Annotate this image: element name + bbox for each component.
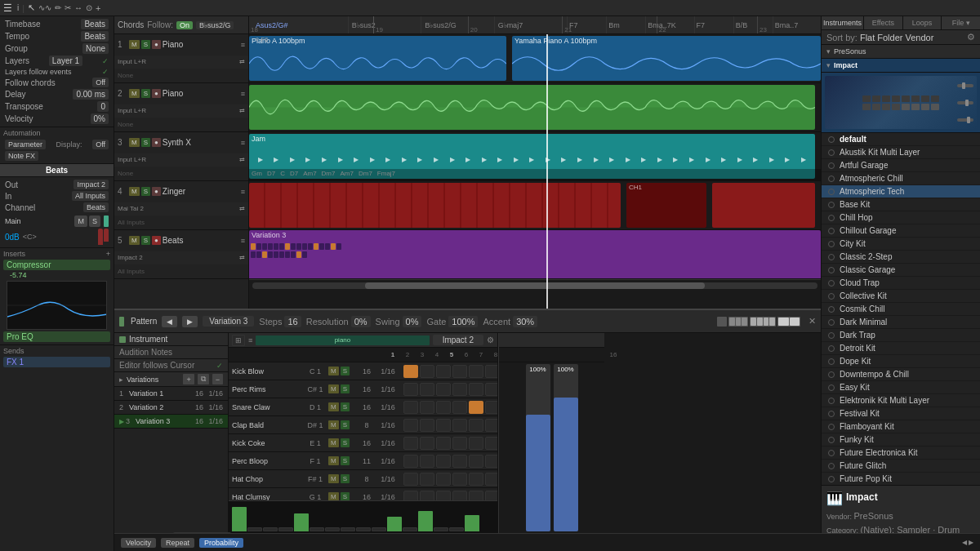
track4-edit[interactable]: ● xyxy=(152,187,161,196)
instrument-list-item[interactable]: Dark Trap xyxy=(822,329,980,342)
s-button[interactable]: S xyxy=(89,216,100,227)
track4-solo[interactable]: S xyxy=(141,187,150,196)
tab-loops[interactable]: Loops xyxy=(903,16,942,29)
note-fx-value[interactable]: Note FX xyxy=(5,151,38,161)
display-value[interactable]: Off xyxy=(92,140,109,149)
step-cell[interactable] xyxy=(420,437,434,450)
step-cell[interactable] xyxy=(452,491,467,501)
step-cell[interactable] xyxy=(485,491,497,501)
instrument-list-item[interactable]: Classic Garage xyxy=(822,264,980,277)
step-cell[interactable] xyxy=(420,383,434,396)
drum-mute[interactable]: M xyxy=(328,402,339,411)
drum-solo[interactable]: S xyxy=(341,367,350,375)
automation-value[interactable]: Parameter xyxy=(5,140,46,149)
track3-edit[interactable]: ● xyxy=(152,138,161,147)
track-content-1[interactable]: Piano A 100bpm ▿ F6 Yamaha Piano A 100bp… xyxy=(249,34,821,83)
instrument-list-item[interactable]: Downtempo & Chill xyxy=(822,368,980,381)
step-cell[interactable] xyxy=(452,437,467,450)
drum-mute[interactable]: M xyxy=(328,438,339,447)
instrument-list-item[interactable]: Dark Minimal xyxy=(822,316,980,329)
drum-solo[interactable]: S xyxy=(341,438,350,447)
drum-row[interactable]: Perc Rims C# 1 M S 16 1/16 xyxy=(229,380,497,398)
instrument-list-item[interactable]: Base Kit xyxy=(822,198,980,211)
accent-value[interactable]: 30% xyxy=(513,316,537,327)
drum-solo[interactable]: S xyxy=(341,420,350,429)
variation-item-2[interactable]: 2 Variation 2 16 1/16 xyxy=(114,401,228,415)
step-cell[interactable] xyxy=(469,383,483,396)
instrument-list-item[interactable]: Atmospheric Tech xyxy=(822,185,980,198)
step-cell[interactable] xyxy=(403,383,418,396)
step-cell[interactable] xyxy=(485,365,497,378)
step-cell[interactable] xyxy=(469,473,483,486)
instrument-list-item[interactable]: Chill Hop xyxy=(822,211,980,224)
collapse-icon[interactable]: ▾ xyxy=(826,47,831,56)
step-cell[interactable] xyxy=(403,365,418,378)
time-tool[interactable]: ⊙ xyxy=(86,3,92,12)
transpose-value[interactable]: 0 xyxy=(97,101,109,112)
step-cell[interactable] xyxy=(436,437,451,450)
layers-value[interactable]: Layer 1 xyxy=(49,56,82,66)
step-cell[interactable] xyxy=(452,365,467,378)
track3-solo[interactable]: S xyxy=(141,138,150,147)
step-cell[interactable] xyxy=(403,473,418,486)
track2-mute[interactable]: M xyxy=(129,89,140,98)
instr-dropdown[interactable]: Impact 2 xyxy=(433,335,483,345)
grid-view-btn[interactable]: ⊞ xyxy=(232,335,245,346)
sort-options[interactable]: ⚙ xyxy=(967,32,975,42)
out-value[interactable]: Impact 2 xyxy=(74,180,109,189)
sort-vendor[interactable]: Vendor xyxy=(905,33,933,42)
drum-mute[interactable]: M xyxy=(328,367,339,375)
pencil-tool[interactable]: ✏ xyxy=(55,3,61,12)
instrument-list-item[interactable]: Future Glitch xyxy=(822,460,980,473)
timbase-value[interactable]: Beats xyxy=(81,19,109,29)
follow-chords-value[interactable]: Off xyxy=(92,78,109,87)
track3-mute[interactable]: M xyxy=(129,138,140,147)
gate-value[interactable]: 100% xyxy=(448,316,478,327)
step-cell[interactable] xyxy=(420,419,434,432)
instrument-list-item[interactable]: Detroit Kit xyxy=(822,342,980,355)
menu-icon[interactable]: ☰ xyxy=(3,2,12,14)
pattern-close[interactable]: ✕ xyxy=(808,316,816,327)
step-cell[interactable] xyxy=(485,455,497,468)
instrument-list-item[interactable]: City Kit xyxy=(822,238,980,251)
drum-mute[interactable]: M xyxy=(328,420,339,429)
instrument-list-item[interactable]: Elektronik Kit Multi Layer xyxy=(822,394,980,407)
track-content-5[interactable]: Variation 3 xyxy=(249,230,821,279)
step-cell[interactable] xyxy=(469,491,483,501)
track1-solo[interactable]: S xyxy=(141,40,150,49)
step-cell[interactable] xyxy=(485,383,497,396)
fx1-send[interactable]: FX 1 xyxy=(3,357,110,367)
instrument-list-item[interactable]: default xyxy=(822,133,980,146)
compressor-insert[interactable]: Compressor xyxy=(3,260,110,270)
pattern-next[interactable]: ▶ xyxy=(182,316,198,327)
drum-row[interactable]: Perc Bloop F 1 M S 11 1/16 xyxy=(229,452,497,470)
horizontal-scrollbar[interactable] xyxy=(249,279,821,291)
step-cell[interactable] xyxy=(436,401,451,414)
tempo-value[interactable]: Beats xyxy=(81,31,109,42)
instrument-list-item[interactable]: Future Pop Kit xyxy=(822,473,980,485)
instrument-list-item[interactable]: Easy Kit xyxy=(822,381,980,394)
drum-solo[interactable]: S xyxy=(341,384,350,393)
tab-file[interactable]: File ▾ xyxy=(942,16,980,29)
cursor-tool[interactable]: ↖ xyxy=(28,2,35,13)
track5-mute[interactable]: M xyxy=(129,236,140,245)
instrument-list-item[interactable]: Chillout Garage xyxy=(822,224,980,238)
step-cell[interactable] xyxy=(420,365,434,378)
variations-chevron[interactable]: ▸ xyxy=(119,375,123,384)
step-cell[interactable] xyxy=(403,491,418,501)
drum-mute[interactable]: M xyxy=(328,474,339,483)
drum-solo[interactable]: S xyxy=(341,492,350,500)
wave-tool[interactable]: ∿∿ xyxy=(38,3,51,12)
step-cell[interactable] xyxy=(436,491,451,501)
variation-name[interactable]: Variation 3 xyxy=(203,316,254,327)
step-cell[interactable] xyxy=(452,473,467,486)
instrument-list-item[interactable]: Atmospheric Chill xyxy=(822,172,980,185)
instrument-list-item[interactable]: Future Electronica Kit xyxy=(822,447,980,460)
track1-edit[interactable]: ● xyxy=(152,40,161,49)
step-cell[interactable] xyxy=(452,383,467,396)
step-cell[interactable] xyxy=(403,437,418,450)
instrument-list-item[interactable]: Flamboyant Kit xyxy=(822,420,980,433)
track2-expand[interactable]: ≡ xyxy=(241,90,245,98)
drum-mute[interactable]: M xyxy=(328,384,339,393)
track5-rec[interactable]: ● xyxy=(152,236,161,245)
